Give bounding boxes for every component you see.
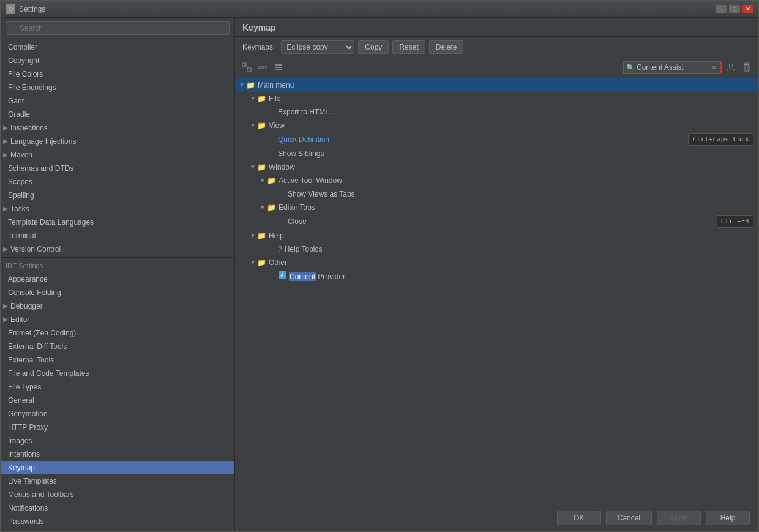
delete-icon-button[interactable] [740,61,753,74]
sidebar-item-maven[interactable]: ▶Maven [1,148,234,162]
tree-row-close[interactable]: Close Ctrl+F4 [235,214,758,229]
sidebar-item-file-types[interactable]: File Types [1,380,234,394]
ide-settings-header: IDE Settings [1,257,234,272]
keymaps-label: Keymaps: [242,43,275,51]
arrow-icon: ▶ [3,149,8,160]
close-button[interactable]: ✕ [742,5,753,13]
sidebar-item-gant[interactable]: Gant [1,94,234,108]
sidebar-item-keymap[interactable]: Keymap [1,461,234,474]
sidebar-item-external-diff[interactable]: External Diff Tools [1,340,234,353]
sidebar-item-menus-toolbars[interactable]: Menus and Toolbars [1,488,234,501]
tree-row-file[interactable]: ▼ 📁 File [235,92,758,105]
sidebar-item-images[interactable]: Images [1,434,234,448]
svg-text:A: A [280,272,284,279]
maximize-button[interactable]: □ [729,5,740,13]
window-icon: ⚙ [6,4,15,14]
sidebar-item-genymotion[interactable]: Genymotion [1,407,234,421]
sidebar-item-path-variables[interactable]: Path Variables [1,528,234,531]
folder-icon: 📁 [257,120,266,131]
sidebar-list: Compiler Copyright File Colors File Enco… [1,39,234,531]
tree-label-file: File [269,93,280,104]
sidebar-item-compiler[interactable]: Compiler [1,40,234,54]
sidebar-item-spelling[interactable]: Spelling [1,189,234,202]
tree-row-content-provider[interactable]: A Content Provider [235,269,758,283]
folder-icon: 📁 [257,230,266,241]
sidebar-search-box: 🔍 [1,18,234,39]
tree-toolbar-right: 🔍 ✕ [623,61,753,74]
tree-label-other: Other [269,257,287,268]
tree-label-editor-tabs: Editor Tabs [279,202,315,213]
sidebar-item-inspections[interactable]: ▶Inspections [1,121,234,135]
sidebar-item-version-control[interactable]: ▶Version Control [1,242,234,256]
sidebar-item-live-templates[interactable]: Live Templates [1,474,234,488]
apply-button[interactable]: Apply [657,511,701,525]
sidebar-item-http-proxy[interactable]: HTTP Proxy [1,421,234,434]
tree-row-other[interactable]: ▼ 📁 Other [235,256,758,269]
sidebar-item-editor[interactable]: ▶Editor [1,313,234,326]
folder-icon: 📁 [267,175,276,186]
sidebar-item-terminal[interactable]: Terminal [1,229,234,242]
tree-row-help[interactable]: ▼ 📁 Help [235,229,758,242]
tree-row-export-html[interactable]: Export to HTML... [235,105,758,119]
tree-label-close: Close [288,216,307,227]
tree-row-quick-definition[interactable]: Quick Definition Ctrl+Caps Lock [235,132,758,147]
tree-row-editor-tabs[interactable]: ▼ 📁 Editor Tabs [235,201,758,214]
ok-button[interactable]: OK [557,511,601,525]
sidebar-item-template-data[interactable]: Template Data Languages [1,215,234,229]
more-options-button[interactable] [272,61,285,74]
settings-window: ⚙ Settings ─ □ ✕ 🔍 Compiler Copyright Fi… [0,0,759,532]
sidebar-item-scopes[interactable]: Scopes [1,175,234,189]
tree-label-view: View [269,120,285,131]
folder-icon: 📁 [257,162,266,173]
tree-row-show-views-tabs[interactable]: Show Views as Tabs [235,187,758,201]
tree-label-window: Window [269,162,295,173]
tree-row-view[interactable]: ▼ 📁 View [235,119,758,132]
tree-label-main-menu: Main menu [258,80,294,91]
sidebar-item-file-colors[interactable]: File Colors [1,67,234,81]
sidebar-item-copyright[interactable]: Copyright [1,54,234,67]
tree-row-main-menu[interactable]: ▼ 📁 Main menu [235,78,758,92]
sidebar-item-file-code-templates[interactable]: File and Code Templates [1,367,234,380]
sidebar-item-language-injections[interactable]: ▶Language Injections [1,135,234,148]
tree-row-window[interactable]: ▼ 📁 Window [235,160,758,174]
cancel-button[interactable]: Cancel [606,511,652,525]
delete-button[interactable]: Delete [429,40,464,54]
person-icon-button[interactable] [724,61,738,74]
sidebar-item-emmet[interactable]: Emmet (Zen Coding) [1,326,234,340]
help-button[interactable]: Help [706,511,750,525]
sidebar-search-input[interactable] [6,21,230,35]
copy-button[interactable]: Copy [358,40,389,54]
tree-row-help-topics[interactable]: ? Help Topics [235,242,758,256]
action-icon: A [278,271,286,282]
question-icon: ? [278,244,282,255]
keymap-select[interactable]: Eclipse copy Default Mac OS X Eclipse [281,40,354,54]
minimize-button[interactable]: ─ [716,5,727,13]
bottom-bar: OK Cancel Apply Help [235,504,758,531]
tree-row-active-tool-window[interactable]: ▼ 📁 Active Tool Window [235,174,758,187]
arrow-icon: ▶ [3,203,8,214]
sidebar-item-console-folding[interactable]: Console Folding [1,286,234,299]
arrow-icon: ▶ [3,122,8,133]
sidebar-item-appearance[interactable]: Appearance [1,272,234,286]
folder-icon: 📁 [246,80,255,91]
sidebar-item-general[interactable]: General [1,394,234,407]
sidebar-item-passwords[interactable]: Passwords [1,515,234,528]
tree-expand-icon: ▼ [249,162,257,173]
tree-search-input[interactable] [637,63,710,72]
expand-all-button[interactable] [240,61,253,74]
tree-row-show-siblings[interactable]: Show Siblings [235,147,758,160]
right-panel: Keymap Keymaps: Eclipse copy Default Mac… [235,18,758,531]
tree-expand-icon: ▼ [249,120,257,131]
sidebar-item-notifications[interactable]: Notifications [1,501,234,515]
sidebar-item-file-encodings[interactable]: File Encodings [1,81,234,94]
svg-rect-5 [275,64,282,66]
sidebar-item-tasks[interactable]: ▶Tasks [1,202,234,215]
sidebar-item-external-tools[interactable]: External Tools [1,353,234,367]
sidebar-item-debugger[interactable]: ▶Debugger [1,299,234,313]
sidebar-item-schemas-dtds[interactable]: Schemas and DTDs [1,162,234,175]
search-clear-button[interactable]: ✕ [710,64,718,72]
sidebar-item-intentions[interactable]: Intentions [1,448,234,461]
reset-button[interactable]: Reset [392,40,425,54]
sidebar-item-gradle[interactable]: Gradle [1,108,234,121]
collapse-all-button[interactable] [256,61,269,74]
